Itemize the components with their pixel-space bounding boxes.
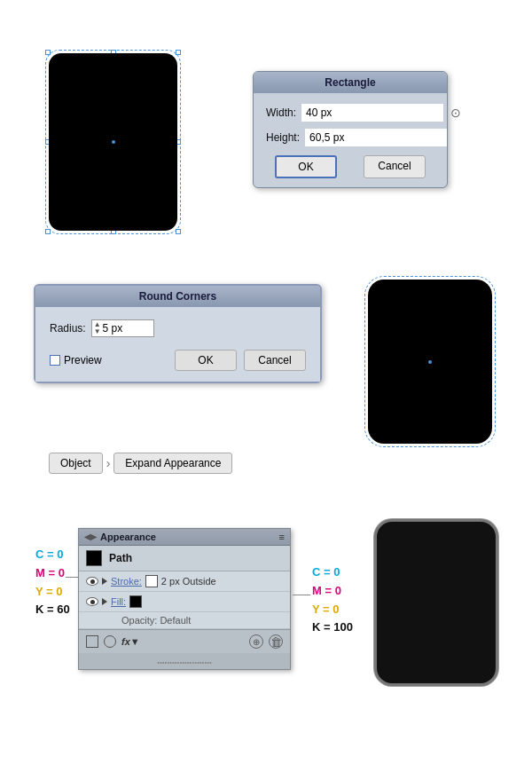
preview-checkbox[interactable] — [50, 355, 60, 366]
footer-delete-icon[interactable]: 🗑 — [269, 634, 283, 649]
height-input[interactable] — [305, 129, 447, 146]
panel-resize-icon: ◀▶ — [84, 532, 97, 541]
path-label: Path — [109, 552, 132, 564]
round-corners-title: Round Corners — [35, 286, 320, 307]
sun-icon: ⊙ — [450, 106, 461, 120]
height-row: Height: — [266, 129, 434, 146]
preview-checkbox-wrapper: Preview — [50, 354, 102, 366]
radius-input[interactable] — [103, 322, 152, 335]
chevron-right-icon: › — [106, 456, 111, 470]
opacity-label: Opacity: — [121, 615, 157, 626]
footer-fx-icon[interactable]: fx▼ — [121, 636, 140, 647]
rounded-preview-rect — [368, 280, 492, 444]
fill-color-swatch[interactable] — [129, 595, 142, 608]
footer-circle-icon[interactable] — [104, 635, 116, 648]
spinner-down-arrow[interactable]: ▼ — [94, 328, 101, 335]
center-dot — [112, 140, 115, 144]
appearance-title: Appearance — [100, 532, 156, 542]
dialog-buttons: OK Cancel — [266, 155, 434, 178]
stroke-color-swatch[interactable] — [145, 575, 158, 587]
stroke-detail: 2 px Outside — [161, 576, 216, 587]
section2: Round Corners Radius: ▲ ▼ Preview OK — [0, 275, 532, 479]
stroke-row: Stroke: 2 px Outside — [79, 571, 290, 592]
rect-ok-button[interactable]: OK — [275, 155, 337, 178]
radius-spinner[interactable]: ▲ ▼ — [91, 319, 154, 337]
spinner-arrows[interactable]: ▲ ▼ — [94, 321, 101, 335]
opacity-value: Default — [160, 615, 191, 626]
cyan-value-right: C = 0 — [312, 563, 353, 582]
menu-strip: Object › Expand Appearance — [49, 453, 232, 474]
cyan-value-left: C = 0 — [35, 546, 70, 564]
stroke-visibility-eye[interactable] — [86, 577, 98, 586]
final-rounded-rect — [374, 519, 498, 686]
rect-cancel-button[interactable]: Cancel — [364, 155, 426, 178]
rounded-preview-container — [368, 280, 492, 444]
handle-tr[interactable] — [176, 50, 181, 55]
preview-label: Preview — [64, 354, 102, 366]
height-label: Height: — [266, 131, 300, 144]
round-corners-dialog: Round Corners Radius: ▲ ▼ Preview OK — [34, 284, 322, 383]
eye-pupil — [90, 579, 95, 584]
black-rectangle — [49, 53, 177, 231]
cmyk-right-labels: C = 0 M = 0 Y = 0 K = 100 — [312, 563, 353, 637]
expand-appearance-button[interactable]: Expand Appearance — [113, 453, 232, 474]
radius-row: Radius: ▲ ▼ — [50, 319, 306, 337]
rc-bottom-row: Preview OK Cancel — [50, 350, 306, 371]
connector-line-right — [293, 595, 310, 595]
handle-br[interactable] — [176, 229, 181, 234]
width-input[interactable] — [301, 104, 443, 122]
section1: Rectangle Width: ⊙ Height: OK Cancel — [0, 27, 532, 248]
stroke-expand-arrow[interactable] — [102, 578, 107, 585]
radius-label: Radius: — [50, 322, 86, 335]
panel-menu-icon[interactable]: ≡ — [279, 532, 285, 542]
footer-square-icon[interactable] — [86, 635, 98, 648]
object-menu-button[interactable]: Object — [49, 453, 103, 474]
panel-path-header: Path — [79, 546, 290, 571]
rc-cancel-button[interactable]: Cancel — [244, 350, 306, 371]
path-color-swatch — [86, 550, 102, 566]
magenta-value-right: M = 0 — [312, 582, 353, 601]
rectangle-dialog: Rectangle Width: ⊙ Height: OK Cancel — [253, 71, 448, 188]
panel-footer: fx▼ ⊕ 🗑 — [79, 629, 290, 653]
cmyk-left-labels: C = 0 M = 0 Y = 0 K = 60 — [35, 546, 70, 619]
magenta-value-left: M = 0 — [35, 564, 70, 583]
opacity-row: Opacity: Default — [79, 612, 290, 629]
final-rect-container — [374, 519, 498, 686]
panel-scroll-grip: •••••••••••••••••••••• — [79, 653, 290, 669]
fill-label[interactable]: Fill: — [111, 596, 126, 607]
fill-expand-arrow[interactable] — [102, 598, 107, 605]
fill-row: Fill: — [79, 592, 290, 612]
key-value-right: K = 100 — [312, 618, 353, 637]
section3: C = 0 M = 0 Y = 0 K = 60 ◀▶ Appearance ≡… — [0, 510, 532, 759]
appearance-titlebar: ◀▶ Appearance ≡ — [79, 529, 290, 546]
stroke-label[interactable]: Stroke: — [111, 576, 142, 587]
fill-visibility-eye[interactable] — [86, 597, 98, 606]
width-row: Width: ⊙ — [266, 104, 434, 122]
width-label: Width: — [266, 106, 296, 119]
round-corners-body: Radius: ▲ ▼ Preview OK Cancel — [35, 307, 320, 382]
handle-bl[interactable] — [45, 229, 51, 234]
rounded-center-dot — [428, 360, 432, 364]
yellow-value-right: Y = 0 — [312, 601, 353, 619]
handle-tl[interactable] — [45, 50, 51, 55]
rc-ok-button[interactable]: OK — [175, 350, 237, 371]
panel-title-left: ◀▶ Appearance — [84, 532, 156, 542]
trash-icon: 🗑 — [270, 635, 282, 649]
rectangle-dialog-body: Width: ⊙ Height: OK Cancel — [254, 93, 447, 187]
key-value-left: K = 60 — [35, 601, 70, 619]
fill-eye-pupil — [90, 600, 95, 604]
grip-dots: •••••••••••••••••••••• — [157, 658, 212, 666]
footer-duplicate-icon[interactable]: ⊕ — [249, 634, 263, 649]
appearance-panel: ◀▶ Appearance ≡ Path Stroke: 2 px Outsid… — [78, 528, 291, 670]
yellow-value-left: Y = 0 — [35, 583, 70, 602]
rectangle-dialog-title: Rectangle — [254, 72, 447, 93]
rect-shape-container — [49, 53, 177, 231]
